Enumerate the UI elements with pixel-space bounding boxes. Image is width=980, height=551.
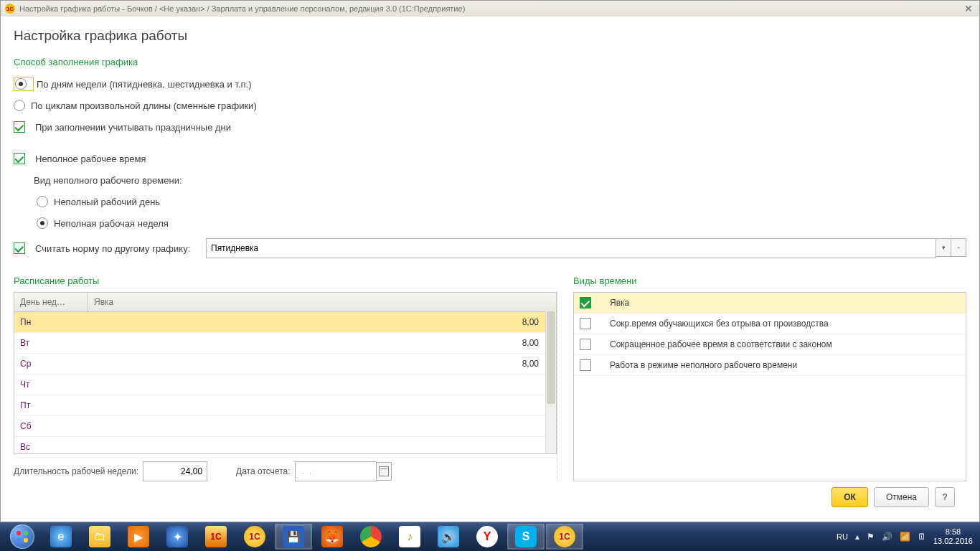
cell-day: Чт (14, 380, 88, 390)
cell-day: Вс (14, 442, 88, 452)
taskbar[interactable]: e 🗀 ▶ ✦ 1C 1C 💾 🦊 ♪ 🔊 Y S 1C RU ▴ ⚑ 🔊 📶 … (0, 522, 980, 551)
taskbar-item-1c-running[interactable]: 1C (546, 524, 583, 550)
norm-graph-open-button[interactable]: ▫ (951, 238, 966, 257)
ok-button[interactable]: ОК (831, 487, 868, 507)
checkbox-norm-other[interactable] (14, 242, 25, 254)
week-length-label: Длительность рабочей недели: (14, 466, 138, 476)
cell-value: 8,00 (88, 359, 556, 369)
window-close-button[interactable]: ✕ (962, 3, 975, 14)
tray-language[interactable]: RU (837, 532, 848, 541)
table-row[interactable]: Пт (14, 395, 556, 416)
tray-battery-icon[interactable]: 🗓 (918, 532, 926, 542)
timetype-checkbox[interactable] (580, 297, 591, 309)
checkbox-holidays-label: При заполнении учитывать праздничные дни (35, 122, 231, 133)
radio-by-cycles[interactable] (14, 100, 25, 111)
radio-by-cycles-label: По циклам произвольной длины (сменные гр… (31, 100, 257, 111)
section-schedule-heading: Расписание работы (14, 276, 557, 286)
timetype-checkbox[interactable] (580, 318, 591, 329)
week-length-input[interactable] (143, 461, 207, 481)
table-row[interactable]: Вт8,00 (14, 333, 556, 354)
table-row[interactable]: Вс (14, 437, 556, 453)
page-title: Настройка графика работы (14, 28, 966, 44)
timetype-label: Явка (603, 298, 966, 308)
taskbar-item-skype[interactable]: S (507, 524, 545, 550)
music-icon: ♪ (399, 526, 420, 547)
cell-day: Пн (14, 317, 88, 327)
list-item[interactable]: Явка (574, 293, 966, 314)
norm-graph-dropdown-button[interactable]: ▾ (936, 238, 951, 257)
radio-part-week-label: Неполная рабочая неделя (54, 218, 169, 229)
calendar-icon (379, 466, 389, 476)
cell-value: 8,00 (88, 338, 556, 348)
table-row[interactable]: Ср8,00 (14, 354, 556, 375)
taskbar-item-firefox[interactable]: 🦊 (314, 524, 351, 550)
skype-icon: S (515, 526, 537, 547)
tray-clock[interactable]: 8:58 13.02.2016 (933, 527, 973, 546)
radio-part-week[interactable] (37, 217, 48, 229)
start-button[interactable] (3, 522, 42, 551)
radio-by-weekdays[interactable] (15, 78, 27, 90)
ref-date-picker-button[interactable] (377, 462, 392, 481)
timetype-label: Сокращенное рабочее время в соответствии… (603, 339, 966, 349)
schedule-scrollbar[interactable] (545, 311, 556, 453)
yandex-icon: Y (476, 526, 498, 547)
ref-date-input[interactable] (295, 461, 377, 481)
chrome-icon (360, 526, 382, 547)
1c-icon: 1C (554, 526, 575, 547)
ref-date-label: Дата отсчета: (236, 466, 290, 476)
table-row[interactable]: Чт (14, 375, 556, 395)
taskbar-item-explorer[interactable]: 🗀 (81, 524, 118, 550)
timetype-checkbox[interactable] (580, 339, 591, 350)
ie-icon: e (50, 526, 72, 547)
tray-show-hidden-icon[interactable]: ▴ (855, 532, 859, 542)
taskbar-item-yandex[interactable]: Y (468, 524, 506, 550)
table-row[interactable]: Пн8,00 (14, 312, 556, 333)
checkbox-norm-other-label: Считать норму по другому графику: (35, 243, 202, 254)
table-row[interactable]: Сб (14, 416, 556, 437)
panel-splitter[interactable] (557, 291, 560, 481)
list-item[interactable]: Сокращенное рабочее время в соответствии… (574, 334, 966, 355)
norm-graph-select[interactable] (206, 238, 936, 258)
timetype-label: Сокр.время обучающихся без отрыва от про… (603, 319, 966, 329)
1c-icon: 1C (205, 526, 227, 547)
firefox-icon: 🦊 (321, 526, 343, 547)
timetype-label: Работа в режиме неполного рабочего време… (603, 360, 966, 370)
checkbox-holidays[interactable] (14, 121, 25, 133)
schedule-table[interactable]: День нед… Явка Пн8,00Вт8,00Ср8,00ЧтПтСбВ… (14, 292, 557, 454)
taskbar-item-app1[interactable]: ✦ (159, 524, 196, 550)
checkbox-parttime[interactable] (14, 153, 25, 164)
schedule-col-day[interactable]: День нед… (14, 293, 88, 311)
focus-ring (14, 77, 34, 91)
folder-icon: 🗀 (89, 526, 110, 547)
list-item[interactable]: Работа в режиме неполного рабочего време… (574, 355, 966, 376)
radio-part-day[interactable] (37, 196, 48, 207)
taskbar-item-1c[interactable]: 1C (236, 524, 273, 550)
titlebar: 1C Настройка графика работы - Бочков / <… (1, 1, 979, 17)
mediaplayer-icon: ▶ (128, 526, 149, 547)
taskbar-item-music[interactable]: ♪ (391, 524, 428, 550)
tray-volume-icon[interactable]: 🔊 (882, 532, 892, 542)
tray-flag-icon[interactable]: ⚑ (867, 532, 875, 542)
taskbar-item-1c-alt[interactable]: 1C (197, 524, 235, 550)
system-tray[interactable]: RU ▴ ⚑ 🔊 📶 🗓 8:58 13.02.2016 (837, 527, 977, 546)
taskbar-item-ie[interactable]: e (42, 524, 80, 550)
checkbox-parttime-label: Неполное рабочее время (35, 154, 146, 164)
schedule-col-attendance[interactable]: Явка (88, 293, 556, 311)
windows-logo-icon (10, 524, 34, 549)
cell-day: Вт (14, 338, 88, 348)
timetypes-table[interactable]: ЯвкаСокр.время обучающихся без отрыва от… (573, 292, 966, 481)
timetype-checkbox[interactable] (580, 359, 591, 371)
app-icon: ✦ (166, 526, 188, 547)
cell-day: Ср (14, 359, 88, 369)
list-item[interactable]: Сокр.время обучающихся без отрыва от про… (574, 314, 966, 334)
cancel-button[interactable]: Отмена (874, 487, 929, 507)
section-fill-heading: Способ заполнения графика (14, 57, 966, 67)
taskbar-item-chrome[interactable] (352, 524, 390, 550)
taskbar-item-save[interactable]: 💾 (275, 524, 312, 550)
taskbar-item-mediaplayer[interactable]: ▶ (120, 524, 157, 550)
radio-by-weekdays-label: По дням недели (пятидневка, шестидневка … (37, 79, 252, 90)
taskbar-item-audio[interactable]: 🔊 (430, 524, 467, 550)
speaker-icon: 🔊 (438, 526, 459, 547)
help-button[interactable]: ? (935, 487, 955, 507)
tray-network-icon[interactable]: 📶 (900, 532, 910, 542)
